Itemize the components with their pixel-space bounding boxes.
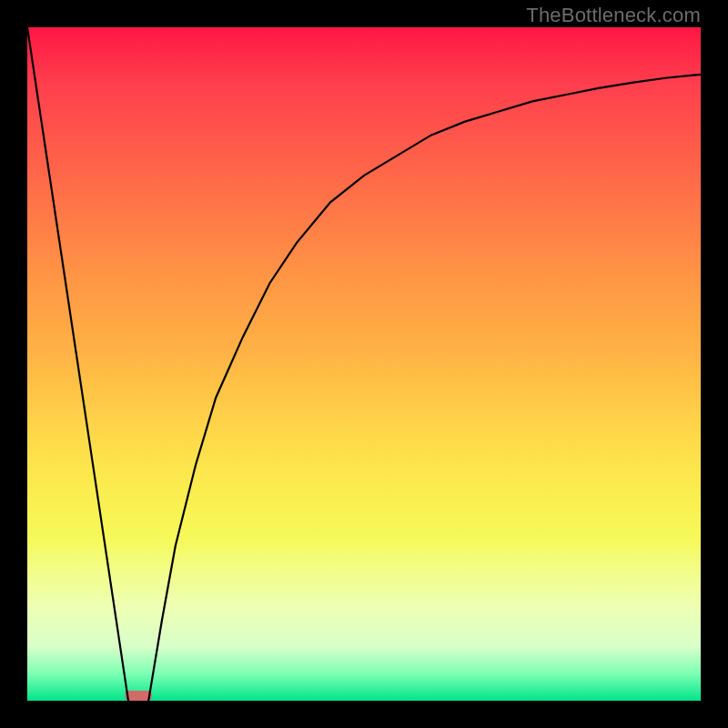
curve-left-line <box>27 27 128 701</box>
curve-right-line <box>148 75 701 701</box>
plot-area <box>27 27 701 701</box>
chart-frame: TheBottleneck.com <box>0 0 728 728</box>
chart-svg <box>27 27 701 701</box>
watermark-text: TheBottleneck.com <box>526 4 701 27</box>
